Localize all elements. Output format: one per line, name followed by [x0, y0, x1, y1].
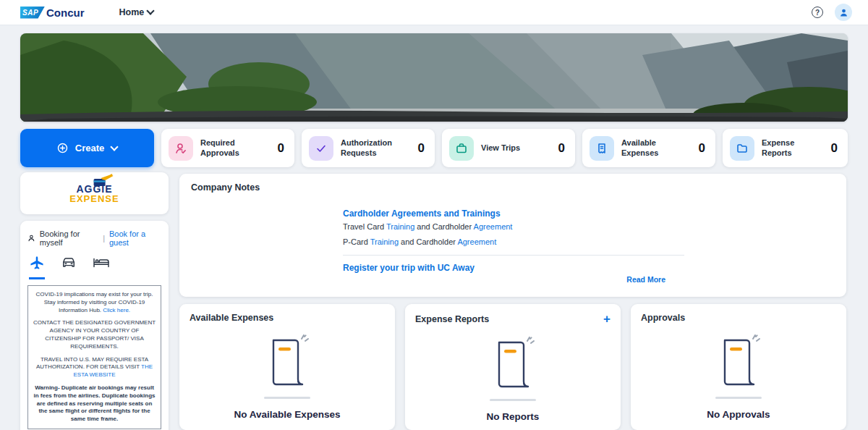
person-icon	[839, 8, 848, 17]
p-card-agreement-link[interactable]: Agreement	[457, 237, 496, 246]
panel-title: Available Expenses	[190, 313, 273, 323]
quick-card-count: 0	[699, 141, 705, 156]
approvals-panel: Approvals No Approvals	[631, 304, 846, 430]
chevron-down-icon	[111, 143, 119, 151]
plane-card-logo-icon	[93, 174, 114, 187]
airplane-icon	[29, 256, 45, 270]
expense-reports-panel: Expense Reports + No Reports	[405, 304, 621, 430]
plus-circle-icon	[57, 143, 68, 153]
company-notes-title: Company Notes	[191, 182, 835, 193]
trip-search-panel: Booking for myself | Book for a guest CO…	[20, 221, 169, 430]
quick-card-count: 0	[558, 141, 565, 156]
top-navigation-bar: SAP Concur Home ?	[0, 0, 868, 25]
available-expenses-panel: Available Expenses No Available Expenses	[179, 304, 395, 430]
quick-card-available-expenses[interactable]: Available Expenses 0	[582, 129, 715, 167]
sap-logo[interactable]: SAP	[20, 7, 45, 19]
read-more-link[interactable]: Read More	[626, 275, 665, 284]
passport-notice-text: CONTACT THE DESIGNATED GOVERNMENT AGENCY…	[32, 319, 157, 350]
travel-notice-box: COVID-19 implications may exist for your…	[27, 285, 161, 429]
duplicate-booking-warning-text: Warning- Duplicate air bookings may resu…	[32, 384, 157, 423]
concur-home-page: SAP Concur Home ?	[0, 0, 868, 430]
bed-icon	[93, 256, 110, 270]
view-trips-icon	[449, 136, 474, 161]
esta-notice-text: TRAVEL INTO U.S. MAY REQUIRE ESTA AUTHOR…	[36, 356, 148, 371]
empty-state-label: No Available Expenses	[234, 409, 341, 420]
and-cardholder-text: and Cardholder	[414, 222, 473, 231]
create-button-label: Create	[75, 143, 104, 153]
divider	[343, 255, 684, 256]
covid-notice: COVID-19 implications may exist for your…	[32, 291, 157, 314]
tab-flight[interactable]	[29, 256, 45, 279]
empty-receipt-icon	[715, 334, 762, 391]
nav-home-menu[interactable]: Home	[119, 7, 154, 17]
quick-card-expense-reports[interactable]: Expense Reports 0	[723, 129, 848, 167]
empty-state-label: No Approvals	[707, 409, 770, 420]
expense-reports-icon	[730, 136, 754, 161]
separator: |	[103, 234, 105, 243]
quick-card-label: Authorization Requests	[341, 138, 411, 159]
person-icon	[27, 234, 35, 243]
mountain-landscape-illustration	[20, 33, 848, 122]
covid-notice-text: COVID-19 implications may exist for your…	[36, 291, 153, 313]
travel-card-training-link[interactable]: Training	[386, 222, 414, 231]
panel-title: Expense Reports	[415, 314, 489, 324]
travel-mode-tabs	[29, 256, 160, 279]
chevron-down-icon	[147, 7, 155, 14]
panel-title: Approvals	[641, 313, 685, 323]
empty-state-shadow	[715, 397, 762, 399]
empty-state-shadow	[490, 399, 536, 401]
empty-state-label: No Reports	[487, 411, 540, 422]
car-icon	[61, 256, 77, 270]
travel-card-agreement-link[interactable]: Agreement	[474, 222, 513, 231]
create-button[interactable]: Create	[20, 129, 154, 167]
aggie-expense-logo: AGGIE EXPENSE	[69, 184, 119, 203]
company-notes-card: Company Notes Cardholder Agreements and …	[179, 174, 846, 297]
quick-card-count: 0	[831, 141, 838, 156]
quick-card-authorization-requests[interactable]: Authorization Requests 0	[302, 129, 435, 167]
profile-avatar[interactable]	[835, 4, 852, 21]
esta-notice: TRAVEL INTO U.S. MAY REQUIRE ESTA AUTHOR…	[32, 356, 157, 379]
nav-home-label: Home	[119, 7, 145, 17]
travel-card-text: Travel Card	[343, 222, 386, 231]
required-approvals-icon	[169, 136, 193, 161]
quick-card-label: Expense Reports	[762, 138, 824, 159]
empty-state-shadow	[264, 397, 310, 399]
quick-card-required-approvals[interactable]: Required Approvals 0	[161, 129, 294, 167]
travel-card-line: Travel Card Training and Cardholder Agre…	[343, 222, 835, 231]
p-card-line: P-Card Training and Cardholder Agreement	[343, 237, 835, 246]
concur-logo-text[interactable]: Concur	[46, 7, 85, 19]
book-for-guest-link[interactable]: Book for a guest	[109, 229, 161, 247]
add-expense-report-button[interactable]: +	[603, 313, 610, 325]
p-card-text: P-Card	[343, 237, 370, 246]
quick-card-count: 0	[278, 141, 284, 156]
tab-hotel[interactable]	[93, 256, 110, 279]
logo-text-expense: EXPENSE	[69, 194, 119, 203]
booking-for-myself-label[interactable]: Booking for myself	[40, 229, 98, 247]
available-expenses-icon	[590, 136, 614, 161]
cardholder-agreements-link[interactable]: Cardholder Agreements and Trainings	[343, 208, 501, 219]
register-trip-uc-away-link[interactable]: Register your trip with UC Away	[343, 263, 475, 273]
covid-click-here-link[interactable]: Click here.	[103, 307, 130, 313]
empty-receipt-icon	[263, 334, 311, 391]
quick-card-label: Required Approvals	[200, 138, 271, 159]
hero-banner-image	[20, 33, 848, 122]
quick-card-count: 0	[418, 141, 425, 156]
tab-car[interactable]	[61, 256, 77, 279]
quick-card-label: Available Expenses	[621, 138, 692, 159]
empty-receipt-icon	[489, 337, 537, 393]
authorization-requests-icon	[309, 136, 333, 161]
and-cardholder-text: and Cardholder	[399, 237, 457, 246]
quick-card-view-trips[interactable]: View Trips 0	[442, 129, 575, 167]
p-card-training-link[interactable]: Training	[370, 237, 399, 246]
help-icon[interactable]: ?	[812, 7, 823, 18]
aggie-expense-logo-card: AGGIE EXPENSE	[20, 172, 169, 214]
quick-card-label: View Trips	[481, 143, 551, 153]
